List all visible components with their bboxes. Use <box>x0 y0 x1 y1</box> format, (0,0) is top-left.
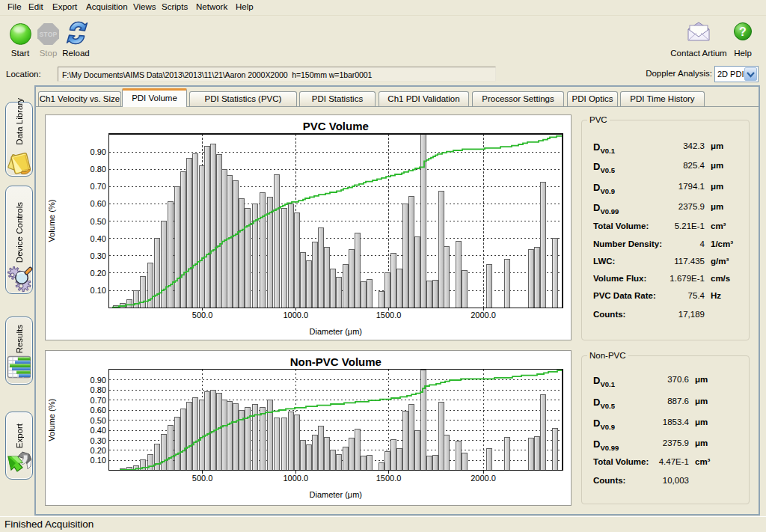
svg-text:0.60: 0.60 <box>91 406 106 415</box>
svg-text:1500.0: 1500.0 <box>376 474 402 483</box>
svg-text:0.20: 0.20 <box>91 446 106 455</box>
svg-text:500.0: 500.0 <box>192 474 213 483</box>
svg-text:0.30: 0.30 <box>91 436 106 445</box>
svg-text:0.60: 0.60 <box>91 199 106 208</box>
svg-text:0.80: 0.80 <box>91 165 106 174</box>
svg-text:Diameter (μm): Diameter (μm) <box>310 327 363 336</box>
svg-text:PVC Volume: PVC Volume <box>303 120 369 132</box>
svg-text:0.30: 0.30 <box>91 251 106 260</box>
svg-text:0.10: 0.10 <box>91 456 106 465</box>
svg-text:0.40: 0.40 <box>91 234 106 243</box>
svg-text:500.0: 500.0 <box>192 311 213 319</box>
svg-text:?: ? <box>739 25 747 38</box>
svg-text:1500.0: 1500.0 <box>376 311 402 319</box>
svg-text:2000.0: 2000.0 <box>471 311 496 319</box>
svg-text:0.50: 0.50 <box>91 217 106 226</box>
svg-text:Volume (%): Volume (%) <box>48 200 57 242</box>
svg-text:Diameter (μm): Diameter (μm) <box>310 490 363 499</box>
svg-text:0.40: 0.40 <box>91 426 106 435</box>
svg-text:1000.0: 1000.0 <box>283 474 308 483</box>
svg-text:0.10: 0.10 <box>91 286 106 295</box>
svg-text:0.70: 0.70 <box>91 396 106 405</box>
svg-text:2000.0: 2000.0 <box>471 474 496 483</box>
svg-text:Volume (%): Volume (%) <box>48 399 57 441</box>
svg-text:1000.0: 1000.0 <box>283 311 308 319</box>
svg-text:0.20: 0.20 <box>91 269 106 278</box>
svg-text:0.80: 0.80 <box>91 385 106 394</box>
svg-text:0.50: 0.50 <box>91 416 106 425</box>
svg-text:0.90: 0.90 <box>91 376 106 385</box>
svg-text:Non-PVC Volume: Non-PVC Volume <box>290 355 382 368</box>
svg-text:0.70: 0.70 <box>91 182 106 191</box>
svg-text:0.90: 0.90 <box>91 147 106 156</box>
